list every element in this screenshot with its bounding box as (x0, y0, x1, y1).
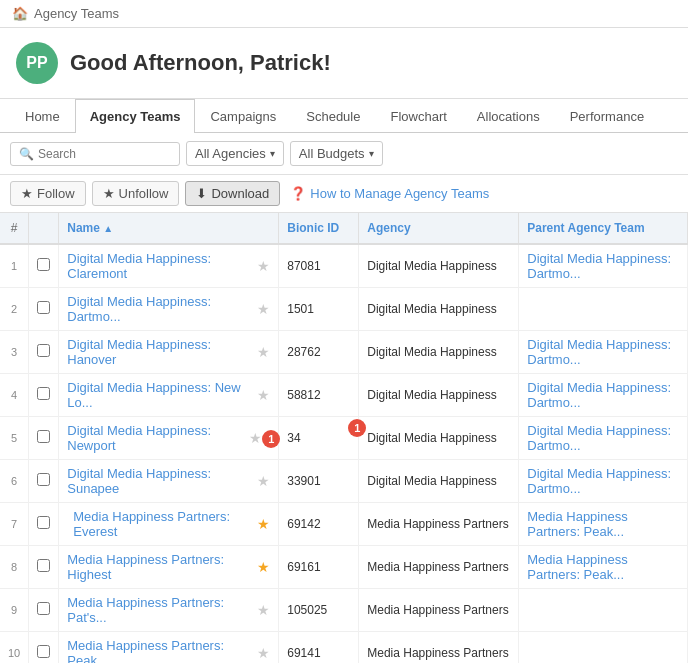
all-budgets-dropdown[interactable]: All Budgets ▾ (290, 141, 383, 166)
row-agency: Digital Media Happiness (359, 417, 519, 460)
row-name-link[interactable]: Media Happiness Partners: Peak... (67, 638, 253, 663)
star-icon[interactable]: ★ (257, 602, 270, 618)
row-parent-agency-team: Digital Media Happiness: Dartmo... (519, 374, 688, 417)
row-checkbox[interactable] (37, 516, 50, 529)
row-name-cell: Media Happiness Partners: Everest★ (59, 503, 279, 546)
star-icon[interactable]: ★ (257, 645, 270, 661)
row-name-link[interactable]: Digital Media Happiness: Claremont (67, 251, 253, 281)
follow-button[interactable]: ★ Follow (10, 181, 86, 206)
star-icon[interactable]: ★ (257, 344, 270, 360)
table-row: 1Digital Media Happiness: Claremont★8708… (0, 244, 688, 288)
table-row: 5Digital Media Happiness: Newport★1341Di… (0, 417, 688, 460)
row-parent-agency-team (519, 632, 688, 664)
help-link[interactable]: ❓ How to Manage Agency Teams (290, 186, 489, 201)
row-name-cell: Media Happiness Partners: Highest★ (59, 546, 279, 589)
col-name[interactable]: Name ▲ (59, 213, 279, 244)
row-checkbox[interactable] (37, 645, 50, 658)
row-checkbox[interactable] (37, 258, 50, 271)
row-agency: Media Happiness Partners (359, 503, 519, 546)
download-button[interactable]: ⬇ Download (185, 181, 280, 206)
row-checkbox[interactable] (37, 473, 50, 486)
row-checkbox-cell (29, 331, 59, 374)
action-bar: ★ Follow ★ Unfollow ⬇ Download ❓ How to … (0, 175, 688, 213)
col-check (29, 213, 59, 244)
parent-agency-team-link[interactable]: Digital Media Happiness: Dartmo... (527, 337, 671, 367)
home-icon[interactable]: 🏠 (12, 6, 28, 21)
parent-agency-team-link[interactable]: Digital Media Happiness: Dartmo... (527, 466, 671, 496)
row-number: 5 (0, 417, 29, 460)
row-agency: Digital Media Happiness (359, 374, 519, 417)
row-checkbox-cell (29, 503, 59, 546)
row-name-link[interactable]: Media Happiness Partners: Highest (67, 552, 253, 582)
row-checkbox[interactable] (37, 559, 50, 572)
data-table: # Name ▲ Bionic ID Agency Parent Agency … (0, 213, 688, 663)
row-checkbox-cell (29, 244, 59, 288)
row-checkbox[interactable] (37, 430, 50, 443)
tab-flowchart[interactable]: Flowchart (375, 99, 461, 133)
star-icon[interactable]: ★ (257, 301, 270, 317)
all-agencies-dropdown[interactable]: All Agencies ▾ (186, 141, 284, 166)
row-name-link[interactable]: Media Happiness Partners: Pat's... (67, 595, 253, 625)
row-checkbox[interactable] (37, 387, 50, 400)
row-checkbox-cell (29, 632, 59, 664)
row-bionic-id: 69142 (279, 503, 359, 546)
row-checkbox[interactable] (37, 344, 50, 357)
tab-performance[interactable]: Performance (555, 99, 659, 133)
row-bionic-id: 105025 (279, 589, 359, 632)
tab-allocations[interactable]: Allocations (462, 99, 555, 133)
toolbar: 🔍 All Agencies ▾ All Budgets ▾ (0, 133, 688, 175)
row-bionic-id: 341 (279, 417, 359, 460)
row-checkbox-cell (29, 460, 59, 503)
row-agency: Digital Media Happiness (359, 288, 519, 331)
tab-schedule[interactable]: Schedule (291, 99, 375, 133)
star-icon: ★ (103, 186, 115, 201)
row-bionic-id: 69161 (279, 546, 359, 589)
row-parent-agency-team: Digital Media Happiness: Dartmo... (519, 331, 688, 374)
row-number: 1 (0, 244, 29, 288)
row-name-link[interactable]: Media Happiness Partners: Everest (73, 509, 253, 539)
row-name-cell: Digital Media Happiness: Dartmo...★ (59, 288, 279, 331)
row-name-cell: Digital Media Happiness: Newport★1 (59, 417, 279, 460)
tab-agency-teams[interactable]: Agency Teams (75, 99, 196, 133)
parent-agency-team-link[interactable]: Digital Media Happiness: Dartmo... (527, 380, 671, 410)
row-number: 4 (0, 374, 29, 417)
row-agency: Digital Media Happiness (359, 244, 519, 288)
row-number: 3 (0, 331, 29, 374)
star-icon[interactable]: ★ (249, 430, 262, 446)
unfollow-button[interactable]: ★ Unfollow (92, 181, 180, 206)
star-icon: ★ (21, 186, 33, 201)
row-name-link[interactable]: Digital Media Happiness: New Lo... (67, 380, 253, 410)
row-agency: Digital Media Happiness (359, 460, 519, 503)
row-bionic-id: 58812 (279, 374, 359, 417)
row-checkbox[interactable] (37, 602, 50, 615)
row-agency: Media Happiness Partners (359, 632, 519, 664)
row-name-link[interactable]: Digital Media Happiness: Dartmo... (67, 294, 253, 324)
tab-campaigns[interactable]: Campaigns (195, 99, 291, 133)
star-icon[interactable]: ★ (257, 258, 270, 274)
star-icon[interactable]: ★ (257, 387, 270, 403)
row-name-link[interactable]: Digital Media Happiness: Newport (67, 423, 245, 453)
badge: 1 (262, 430, 280, 448)
star-icon[interactable]: ★ (257, 559, 270, 575)
row-checkbox[interactable] (37, 301, 50, 314)
row-name-link[interactable]: Digital Media Happiness: Sunapee (67, 466, 253, 496)
star-icon[interactable]: ★ (257, 473, 270, 489)
parent-agency-team-link[interactable]: Digital Media Happiness: Dartmo... (527, 251, 671, 281)
search-input[interactable] (38, 147, 178, 161)
col-parent-agency-team: Parent Agency Team (519, 213, 688, 244)
parent-agency-team-link[interactable]: Media Happiness Partners: Peak... (527, 509, 627, 539)
row-name-cell: Digital Media Happiness: Claremont★ (59, 244, 279, 288)
star-icon[interactable]: ★ (257, 516, 270, 532)
row-bionic-id: 69141 (279, 632, 359, 664)
row-number: 7 (0, 503, 29, 546)
tab-home[interactable]: Home (10, 99, 75, 133)
row-name-link[interactable]: Digital Media Happiness: Hanover (67, 337, 253, 367)
search-box[interactable]: 🔍 (10, 142, 180, 166)
row-checkbox-cell (29, 589, 59, 632)
parent-agency-team-link[interactable]: Media Happiness Partners: Peak... (527, 552, 627, 582)
row-agency: Media Happiness Partners (359, 589, 519, 632)
parent-agency-team-link[interactable]: Digital Media Happiness: Dartmo... (527, 423, 671, 453)
col-num: # (0, 213, 29, 244)
header: PP Good Afternoon, Patrick! (0, 28, 688, 99)
row-checkbox-cell (29, 288, 59, 331)
